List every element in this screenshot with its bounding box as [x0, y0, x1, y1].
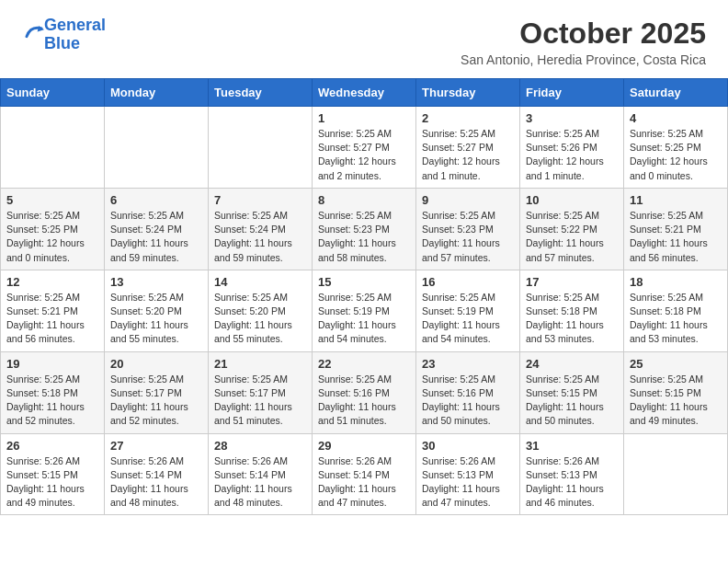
day-number: 10: [526, 193, 618, 207]
day-number: 2: [422, 111, 514, 125]
logo-line1: General: [44, 16, 106, 34]
calendar-day-25: 25Sunrise: 5:25 AMSunset: 5:15 PMDayligh…: [624, 351, 728, 433]
calendar-day-2: 2Sunrise: 5:25 AMSunset: 5:27 PMDaylight…: [416, 107, 520, 189]
day-number: 21: [214, 357, 306, 371]
day-info: Sunrise: 5:25 AMSunset: 5:23 PMDaylight:…: [422, 209, 514, 265]
day-info: Sunrise: 5:25 AMSunset: 5:18 PMDaylight:…: [630, 291, 722, 347]
day-number: 25: [630, 357, 722, 371]
day-info: Sunrise: 5:25 AMSunset: 5:19 PMDaylight:…: [422, 291, 514, 347]
calendar-day-8: 8Sunrise: 5:25 AMSunset: 5:23 PMDaylight…: [313, 188, 416, 270]
day-info: Sunrise: 5:25 AMSunset: 5:27 PMDaylight:…: [422, 127, 514, 183]
calendar-day-6: 6Sunrise: 5:25 AMSunset: 5:24 PMDaylight…: [105, 188, 209, 270]
day-info: Sunrise: 5:25 AMSunset: 5:20 PMDaylight:…: [214, 291, 306, 347]
calendar-day-11: 11Sunrise: 5:25 AMSunset: 5:21 PMDayligh…: [624, 188, 728, 270]
day-number: 17: [526, 275, 618, 289]
calendar-week-2: 5Sunrise: 5:25 AMSunset: 5:25 PMDaylight…: [1, 188, 728, 270]
calendar-day-14: 14Sunrise: 5:25 AMSunset: 5:20 PMDayligh…: [209, 270, 313, 351]
weekday-header-monday: Monday: [105, 79, 209, 107]
day-info: Sunrise: 5:25 AMSunset: 5:16 PMDaylight:…: [318, 373, 410, 429]
day-number: 16: [422, 275, 514, 289]
logo-text: General Blue: [44, 17, 106, 53]
calendar-week-5: 26Sunrise: 5:26 AMSunset: 5:15 PMDayligh…: [1, 433, 728, 515]
day-number: 9: [422, 193, 514, 207]
day-number: 31: [526, 439, 618, 453]
weekday-header-thursday: Thursday: [416, 79, 520, 107]
day-info: Sunrise: 5:26 AMSunset: 5:13 PMDaylight:…: [526, 454, 618, 511]
day-number: 18: [630, 275, 722, 289]
calendar-empty-cell: [105, 107, 209, 189]
calendar-day-24: 24Sunrise: 5:25 AMSunset: 5:15 PMDayligh…: [520, 351, 624, 433]
weekday-header-sunday: Sunday: [1, 79, 105, 107]
day-number: 12: [6, 275, 98, 289]
calendar-day-31: 31Sunrise: 5:26 AMSunset: 5:13 PMDayligh…: [520, 433, 624, 515]
weekday-header-tuesday: Tuesday: [209, 79, 313, 107]
calendar-day-18: 18Sunrise: 5:25 AMSunset: 5:18 PMDayligh…: [624, 270, 728, 351]
day-number: 13: [110, 275, 202, 289]
day-number: 28: [214, 439, 306, 453]
day-info: Sunrise: 5:25 AMSunset: 5:21 PMDaylight:…: [630, 209, 722, 265]
calendar-day-26: 26Sunrise: 5:26 AMSunset: 5:15 PMDayligh…: [1, 433, 105, 515]
calendar-day-20: 20Sunrise: 5:25 AMSunset: 5:17 PMDayligh…: [105, 351, 209, 433]
calendar-week-4: 19Sunrise: 5:25 AMSunset: 5:18 PMDayligh…: [1, 351, 728, 433]
day-number: 30: [422, 439, 514, 453]
day-info: Sunrise: 5:25 AMSunset: 5:17 PMDaylight:…: [110, 373, 202, 429]
calendar-day-28: 28Sunrise: 5:26 AMSunset: 5:14 PMDayligh…: [209, 433, 313, 515]
day-number: 6: [110, 193, 202, 207]
day-number: 5: [6, 193, 98, 207]
calendar-day-27: 27Sunrise: 5:26 AMSunset: 5:14 PMDayligh…: [105, 433, 209, 515]
day-number: 23: [422, 357, 514, 371]
calendar-day-19: 19Sunrise: 5:25 AMSunset: 5:18 PMDayligh…: [1, 351, 105, 433]
day-number: 29: [318, 439, 410, 453]
day-number: 19: [6, 357, 98, 371]
day-info: Sunrise: 5:26 AMSunset: 5:14 PMDaylight:…: [214, 454, 306, 511]
day-info: Sunrise: 5:25 AMSunset: 5:20 PMDaylight:…: [110, 291, 202, 347]
day-info: Sunrise: 5:25 AMSunset: 5:25 PMDaylight:…: [6, 209, 98, 265]
day-number: 7: [214, 193, 306, 207]
day-info: Sunrise: 5:25 AMSunset: 5:17 PMDaylight:…: [214, 373, 306, 429]
day-number: 15: [318, 275, 410, 289]
day-info: Sunrise: 5:25 AMSunset: 5:15 PMDaylight:…: [526, 373, 618, 429]
calendar-week-1: 1Sunrise: 5:25 AMSunset: 5:27 PMDaylight…: [1, 107, 728, 189]
calendar-day-21: 21Sunrise: 5:25 AMSunset: 5:17 PMDayligh…: [209, 351, 313, 433]
calendar-week-3: 12Sunrise: 5:25 AMSunset: 5:21 PMDayligh…: [1, 270, 728, 351]
weekday-header-saturday: Saturday: [624, 79, 728, 107]
title-block: October 2025 San Antonio, Heredia Provin…: [461, 17, 706, 67]
calendar-day-29: 29Sunrise: 5:26 AMSunset: 5:14 PMDayligh…: [313, 433, 416, 515]
calendar-day-9: 9Sunrise: 5:25 AMSunset: 5:23 PMDaylight…: [416, 188, 520, 270]
day-number: 4: [630, 111, 722, 125]
day-info: Sunrise: 5:26 AMSunset: 5:13 PMDaylight:…: [422, 454, 514, 511]
day-number: 24: [526, 357, 618, 371]
day-info: Sunrise: 5:25 AMSunset: 5:24 PMDaylight:…: [214, 209, 306, 265]
calendar-empty-cell: [209, 107, 313, 189]
calendar-empty-cell: [1, 107, 105, 189]
location-subtitle: San Antonio, Heredia Province, Costa Ric…: [461, 52, 706, 67]
calendar-day-10: 10Sunrise: 5:25 AMSunset: 5:22 PMDayligh…: [520, 188, 624, 270]
logo-line2: Blue: [44, 34, 80, 52]
day-number: 1: [318, 111, 410, 125]
day-number: 20: [110, 357, 202, 371]
day-number: 8: [318, 193, 410, 207]
calendar-day-12: 12Sunrise: 5:25 AMSunset: 5:21 PMDayligh…: [1, 270, 105, 351]
day-info: Sunrise: 5:25 AMSunset: 5:27 PMDaylight:…: [318, 127, 410, 183]
day-info: Sunrise: 5:25 AMSunset: 5:18 PMDaylight:…: [6, 373, 98, 429]
day-info: Sunrise: 5:25 AMSunset: 5:19 PMDaylight:…: [318, 291, 410, 347]
calendar-table: SundayMondayTuesdayWednesdayThursdayFrid…: [0, 78, 728, 515]
calendar-day-3: 3Sunrise: 5:25 AMSunset: 5:26 PMDaylight…: [520, 107, 624, 189]
day-info: Sunrise: 5:26 AMSunset: 5:15 PMDaylight:…: [6, 454, 98, 511]
day-info: Sunrise: 5:25 AMSunset: 5:25 PMDaylight:…: [630, 127, 722, 183]
calendar-day-1: 1Sunrise: 5:25 AMSunset: 5:27 PMDaylight…: [313, 107, 416, 189]
calendar-day-23: 23Sunrise: 5:25 AMSunset: 5:16 PMDayligh…: [416, 351, 520, 433]
day-info: Sunrise: 5:25 AMSunset: 5:16 PMDaylight:…: [422, 373, 514, 429]
day-info: Sunrise: 5:25 AMSunset: 5:21 PMDaylight:…: [6, 291, 98, 347]
calendar-day-30: 30Sunrise: 5:26 AMSunset: 5:13 PMDayligh…: [416, 433, 520, 515]
month-title: October 2025: [461, 17, 706, 51]
day-number: 27: [110, 439, 202, 453]
day-info: Sunrise: 5:25 AMSunset: 5:23 PMDaylight:…: [318, 209, 410, 265]
day-number: 26: [6, 439, 98, 453]
logo: General Blue: [22, 17, 106, 53]
calendar-day-13: 13Sunrise: 5:25 AMSunset: 5:20 PMDayligh…: [105, 270, 209, 351]
calendar-day-16: 16Sunrise: 5:25 AMSunset: 5:19 PMDayligh…: [416, 270, 520, 351]
day-info: Sunrise: 5:25 AMSunset: 5:26 PMDaylight:…: [526, 127, 618, 183]
day-info: Sunrise: 5:26 AMSunset: 5:14 PMDaylight:…: [318, 454, 410, 511]
calendar-day-22: 22Sunrise: 5:25 AMSunset: 5:16 PMDayligh…: [313, 351, 416, 433]
